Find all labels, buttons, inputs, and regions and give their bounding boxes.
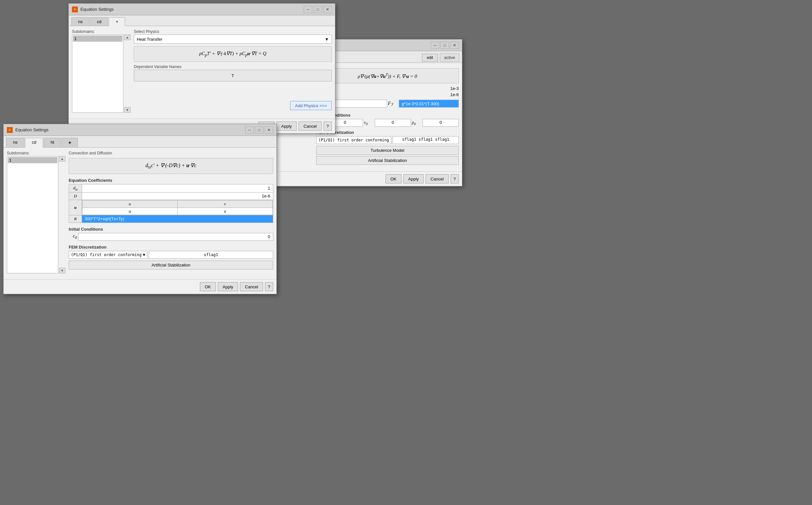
back-equation-text: ρ∇·(μ(∇u+∇uT)) + F, ∇·u = 0	[358, 73, 417, 79]
cancel-button[interactable]: Cancel	[426, 174, 448, 183]
maximize-btn[interactable]: □	[441, 42, 449, 49]
front-fem-select[interactable]: (P1/Q1) first order conforming ▼	[69, 251, 148, 259]
mid-tab-active[interactable]: +	[109, 17, 125, 26]
mid-window-titlebar: ≡ Equation Settings ─ □ ✕	[69, 4, 335, 15]
p0-label: p0	[412, 120, 422, 126]
front-fem-row: (P1/Q1) first order conforming ▼ sflag1	[69, 251, 273, 259]
front-equation-text: dtsc' + ∇·(-D∇c) + u·∇c	[146, 163, 197, 168]
R-label: R	[69, 215, 82, 222]
dep-var-value: T	[232, 73, 234, 78]
mid-apply-button[interactable]: Apply	[276, 122, 297, 131]
mid-titlebar-left: ≡ Equation Settings	[72, 7, 113, 12]
front-close-btn[interactable]: ✕	[265, 126, 273, 134]
v0-label: v0	[364, 120, 374, 126]
front-cancel-button[interactable]: Cancel	[240, 282, 263, 291]
dep-var-label: Dependent Variable Names	[134, 64, 332, 69]
close-btn[interactable]: ✕	[450, 42, 459, 49]
front-maximize-btn[interactable]: □	[255, 126, 263, 134]
R-value[interactable]: 300*T^2+sqrt(Tx+Ty)	[82, 215, 273, 222]
tol2: 1e-6	[450, 92, 459, 97]
Fy-label: Fy	[388, 101, 398, 106]
mid-help-button[interactable]: ?	[324, 122, 332, 131]
back-equation-display: ρ∇·(μ(∇u+∇uT)) + F, ∇·u = 0	[316, 68, 459, 83]
u-val1[interactable]: u	[82, 207, 178, 215]
help-button[interactable]: ?	[451, 174, 459, 183]
front-titlebar-left: ≡ Equation Settings	[7, 127, 48, 133]
D-row: D 1e-6	[69, 192, 273, 200]
front-window-titlebar: ≡ Equation Settings ─ □ ✕	[4, 124, 276, 136]
front-stabilization-btn[interactable]: Artificial Stabilization	[69, 261, 273, 270]
mid-scroll-down[interactable]: ▼	[124, 107, 130, 113]
u-row: u u v u v	[69, 200, 273, 215]
cd-section-label: Convection and Diffusion	[69, 151, 273, 155]
mid-equation-text: ρCpT' + ∇·(-k∇T) + ρCpu·∇T = Q	[199, 51, 266, 56]
front-scroll-up[interactable]: ▲	[59, 156, 65, 162]
mid-app-icon: ≡	[72, 7, 78, 12]
mid-equation-display: ρCpT' + ∇·(-k∇T) + ρCpu·∇T = Q	[134, 46, 332, 62]
apply-button[interactable]: Apply	[403, 174, 424, 183]
c0-value[interactable]: 0	[78, 233, 273, 241]
mid-equation-window: ≡ Equation Settings ─ □ ✕ ns cd + Subdom…	[68, 3, 335, 134]
front-tab-cd[interactable]: cd	[25, 138, 43, 148]
front-minimize-btn[interactable]: ─	[245, 126, 254, 134]
back-button-row: OK Apply Cancel ?	[254, 171, 462, 186]
dts-label: dts	[69, 184, 82, 193]
front-tab-ns[interactable]: ns	[6, 138, 24, 147]
add-physics-btn[interactable]: Add Physics >>>	[290, 101, 332, 110]
mid-tab-cd[interactable]: cd	[90, 17, 108, 26]
turbulence-btn[interactable]: Turbulence Model	[316, 146, 459, 155]
front-equation-display: dtsc' + ∇·(-D∇c) + u·∇c	[69, 158, 273, 174]
mid-titlebar-controls: ─ □ ✕	[304, 6, 332, 13]
front-equation-window: ≡ Equation Settings ─ □ ✕ ns cd ht + Sub…	[3, 124, 277, 294]
mid-minimize-btn[interactable]: ─	[304, 6, 312, 13]
mid-window-title: Equation Settings	[80, 7, 113, 12]
front-fem-value[interactable]: sflag1	[149, 251, 273, 259]
front-scroll-down[interactable]: ▼	[59, 268, 65, 273]
front-fem-select-text: (P1/Q1) first order conforming	[71, 252, 142, 257]
v0-value[interactable]: 0	[375, 119, 411, 127]
mid-subdomain-item[interactable]: 1	[73, 35, 122, 42]
front-subdomain-item[interactable]: 1	[8, 157, 57, 163]
Fx-value[interactable]: 0	[327, 100, 387, 108]
fem-row: (P1/Q1) first order conforming sflag1 sf…	[316, 136, 459, 144]
edit-button[interactable]: edit	[422, 54, 438, 61]
D-label: D	[69, 192, 82, 200]
select-physics-label: Select Physics	[134, 29, 332, 34]
tol1: 1e-3	[450, 86, 459, 91]
u-val2[interactable]: v	[178, 207, 273, 215]
u-col2-header: v	[178, 200, 273, 207]
front-tab-ht[interactable]: ht	[44, 138, 61, 147]
front-window-title: Equation Settings	[15, 127, 48, 132]
ok-button[interactable]: OK	[385, 174, 401, 183]
mid-cancel-button[interactable]: Cancel	[299, 122, 321, 131]
mid-tab-ns[interactable]: ns	[71, 17, 89, 26]
D-value[interactable]: 1e-6	[82, 192, 273, 200]
mid-tabs-row: ns cd +	[69, 15, 335, 26]
front-fem-header: FEM Discretization	[69, 243, 273, 251]
dts-value[interactable]: 1	[82, 184, 273, 193]
fem-value[interactable]: sflag1 sflag1 sflag1	[393, 136, 459, 144]
physics-value: Heat Transfer	[137, 37, 325, 42]
mid-close-btn[interactable]: ✕	[323, 6, 332, 13]
c0-label: c0	[69, 233, 77, 240]
front-apply-button[interactable]: Apply	[218, 282, 238, 291]
front-titlebar-controls: ─ □ ✕	[245, 126, 273, 134]
dts-row: dts 1	[69, 184, 273, 193]
p0-value[interactable]: 0	[423, 119, 459, 127]
active-badge: active	[440, 53, 459, 61]
physics-dropdown[interactable]: Heat Transfer ▼	[134, 34, 332, 44]
stabilization-btn[interactable]: Artificial Stabilization	[316, 156, 459, 165]
minimize-btn[interactable]: ─	[431, 42, 439, 49]
front-ok-button[interactable]: OK	[200, 282, 216, 291]
mid-scroll-up[interactable]: ▲	[124, 34, 130, 40]
front-tab-add[interactable]: +	[61, 138, 78, 147]
u-col1-header: u	[82, 200, 178, 207]
fem-header: FEM Discretization	[316, 129, 459, 136]
mid-maximize-btn[interactable]: □	[313, 6, 322, 13]
front-help-button[interactable]: ?	[265, 282, 273, 291]
front-button-row: OK Apply Cancel ?	[4, 279, 276, 294]
Fy-value[interactable]: g*1e-3*0.01*(T-300)	[399, 100, 459, 108]
u-label: u	[69, 200, 82, 215]
fem-select[interactable]: (P1/Q1) first order conforming	[316, 136, 391, 144]
titlebar-controls: ─ □ ✕	[431, 42, 459, 49]
